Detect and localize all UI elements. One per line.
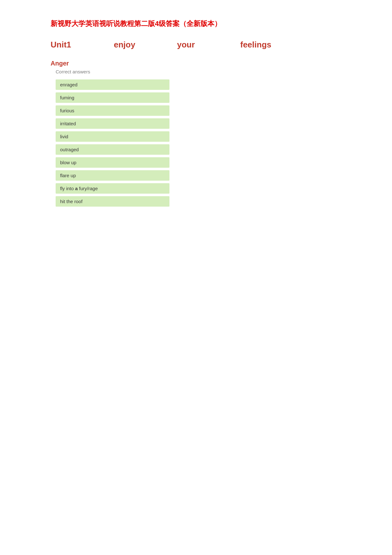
answer-item: blow up [56,157,169,168]
answer-item: outraged [56,144,169,155]
answer-item: fly into a fury/rage [56,183,169,194]
unit-word-feelings: feelings [240,40,303,50]
answer-item: livid [56,131,169,142]
page-title: 新视野大学英语视听说教程第二版4级答案（全新版本） [51,19,341,28]
answer-item: furious [56,105,169,116]
unit-word-enjoy: enjoy [114,40,177,50]
unit-word-your: your [177,40,240,50]
answer-item: enraged [56,79,169,90]
answer-item: flare up [56,170,169,181]
unit-header: Unit1 enjoy your feelings [51,40,341,50]
unit-title: Unit1 [51,40,114,50]
correct-answers-label: Correct answers [56,69,341,74]
answers-list: enragedfumingfuriousirritatedlividoutrag… [56,79,341,207]
answer-item: fuming [56,92,169,103]
section-title: Anger [51,60,341,67]
section: Anger Correct answers enragedfumingfurio… [51,60,341,207]
answer-item: hit the roof [56,196,169,207]
answer-item: irritated [56,118,169,129]
